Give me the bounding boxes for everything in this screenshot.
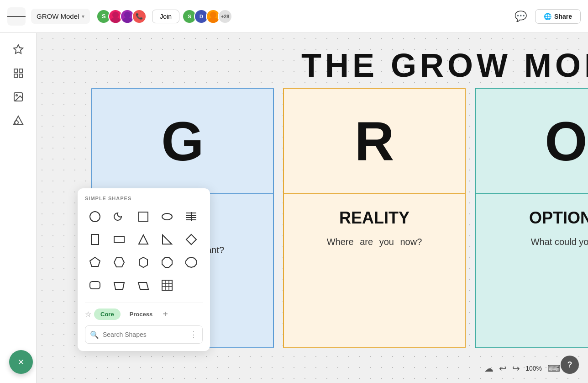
- chat-button[interactable]: 💬: [511, 7, 530, 26]
- shape-hexagon-flat[interactable]: [109, 252, 129, 272]
- svg-marker-31: [162, 257, 172, 267]
- search-icon: 🔍: [90, 330, 99, 339]
- help-button[interactable]: ?: [561, 356, 579, 374]
- redo-icon[interactable]: ↪: [512, 363, 520, 374]
- svg-marker-34: [114, 282, 124, 289]
- more-options-icon[interactable]: ⋮: [189, 330, 198, 340]
- cloud-icon[interactable]: ☁: [484, 363, 493, 374]
- shape-rect-wide[interactable]: [109, 229, 129, 250]
- shape-decagon[interactable]: [181, 252, 201, 272]
- svg-marker-25: [139, 235, 148, 244]
- extra-collaborator-avatars: S D +28: [185, 9, 232, 24]
- svg-marker-6: [14, 45, 23, 53]
- card-r-title: REALITY: [299, 208, 450, 228]
- shapes-section-label: SIMPLE SHAPES: [85, 196, 203, 201]
- star-tab-icon[interactable]: ☆: [85, 310, 91, 319]
- header: GROW Model ▾ S 📞 Join S D +28 💬 🌐 Share: [0, 0, 588, 33]
- shape-ellipse[interactable]: [157, 207, 177, 227]
- shape-right-triangle[interactable]: [157, 229, 177, 250]
- avatar-phone[interactable]: 📞: [132, 9, 147, 24]
- left-sidebar: [0, 33, 37, 383]
- svg-marker-28: [90, 257, 100, 266]
- undo-icon[interactable]: ↩: [499, 363, 507, 374]
- bottom-toolbar: ☁ ↩ ↪ 100% ⌨: [484, 363, 561, 374]
- svg-marker-32: [186, 257, 197, 267]
- svg-rect-36: [162, 280, 172, 290]
- hamburger-button[interactable]: [7, 7, 26, 26]
- card-o[interactable]: O OPTIONS What could you d: [475, 88, 588, 348]
- card-o-text: What could you d: [490, 237, 588, 247]
- panel-tabs: ☆ Core Process +: [85, 303, 203, 320]
- shape-diamond[interactable]: [181, 229, 201, 250]
- shape-table[interactable]: [157, 275, 177, 295]
- keyboard-icon[interactable]: ⌨: [547, 363, 561, 374]
- doc-title-area[interactable]: GROW Model ▾: [31, 9, 90, 24]
- shape-parallelogram[interactable]: [133, 275, 153, 295]
- zoom-level[interactable]: 100%: [525, 365, 542, 372]
- shape-rect-tall[interactable]: [85, 229, 105, 250]
- shape-hexagon[interactable]: [133, 252, 153, 272]
- sidebar-icon-image[interactable]: [7, 86, 29, 108]
- svg-point-3: [123, 17, 132, 23]
- card-r-letter: R: [284, 89, 465, 194]
- shape-circle[interactable]: [85, 207, 105, 227]
- card-r-bottom: REALITY Where are you now?: [284, 194, 465, 262]
- chat-icon: 💬: [514, 11, 527, 22]
- canvas-title: THE GROW MODEL: [301, 47, 588, 84]
- card-o-letter: O: [476, 89, 588, 194]
- svg-marker-29: [114, 258, 124, 267]
- card-g-letter: G: [92, 89, 273, 194]
- card-r[interactable]: R REALITY Where are you now?: [283, 88, 466, 348]
- svg-point-2: [124, 11, 131, 18]
- card-o-title: OPTIONS: [490, 208, 588, 228]
- svg-rect-33: [90, 282, 100, 289]
- svg-point-12: [16, 95, 17, 96]
- svg-marker-26: [163, 235, 172, 244]
- svg-rect-10: [19, 74, 22, 77]
- tab-process[interactable]: Process: [123, 309, 159, 320]
- sidebar-icon-grid[interactable]: [7, 62, 29, 84]
- search-input[interactable]: [103, 331, 186, 338]
- shape-lines[interactable]: [181, 207, 201, 227]
- svg-rect-9: [14, 74, 17, 77]
- collaborator-avatars: S 📞: [99, 9, 147, 24]
- svg-marker-35: [138, 282, 148, 289]
- svg-point-0: [112, 11, 119, 18]
- close-icon: ×: [18, 356, 24, 368]
- svg-point-1: [111, 17, 121, 23]
- shape-crescent[interactable]: [109, 207, 129, 227]
- search-bar: 🔍 ⋮: [85, 325, 203, 344]
- globe-icon: 🌐: [544, 13, 551, 20]
- shape-square[interactable]: [133, 207, 153, 227]
- join-button[interactable]: Join: [152, 10, 179, 23]
- sidebar-icon-star[interactable]: [7, 38, 29, 60]
- svg-rect-16: [139, 212, 148, 221]
- shape-triangle[interactable]: [133, 229, 153, 250]
- canvas-area[interactable]: THE GROW MODEL G W What do you want? R R…: [37, 33, 588, 383]
- add-tab-button[interactable]: +: [163, 309, 168, 319]
- shapes-panel: SIMPLE SHAPES: [78, 188, 210, 351]
- share-button[interactable]: 🌐 Share: [535, 9, 581, 24]
- chevron-down-icon: ▾: [82, 13, 84, 20]
- svg-point-4: [210, 11, 216, 18]
- sidebar-icon-shapes[interactable]: [7, 110, 29, 132]
- svg-rect-7: [14, 69, 17, 72]
- card-r-text: Where are you now?: [299, 237, 450, 247]
- shapes-grid: [85, 207, 203, 295]
- shape-octagon[interactable]: [157, 252, 177, 272]
- svg-point-17: [162, 213, 172, 220]
- doc-title: GROW Model: [37, 12, 79, 20]
- svg-marker-27: [186, 234, 196, 245]
- svg-rect-23: [91, 234, 99, 245]
- svg-point-5: [209, 17, 218, 23]
- tab-core[interactable]: Core: [94, 309, 121, 320]
- shape-pentagon[interactable]: [85, 252, 105, 272]
- svg-point-15: [90, 212, 100, 222]
- svg-marker-30: [139, 257, 147, 267]
- shape-trapezoid[interactable]: [109, 275, 129, 295]
- shape-round-rect[interactable]: [85, 275, 105, 295]
- close-fab-button[interactable]: ×: [9, 350, 33, 374]
- svg-rect-8: [19, 69, 22, 72]
- extra-count-badge[interactable]: +28: [218, 9, 232, 24]
- card-o-bottom: OPTIONS What could you d: [476, 194, 588, 262]
